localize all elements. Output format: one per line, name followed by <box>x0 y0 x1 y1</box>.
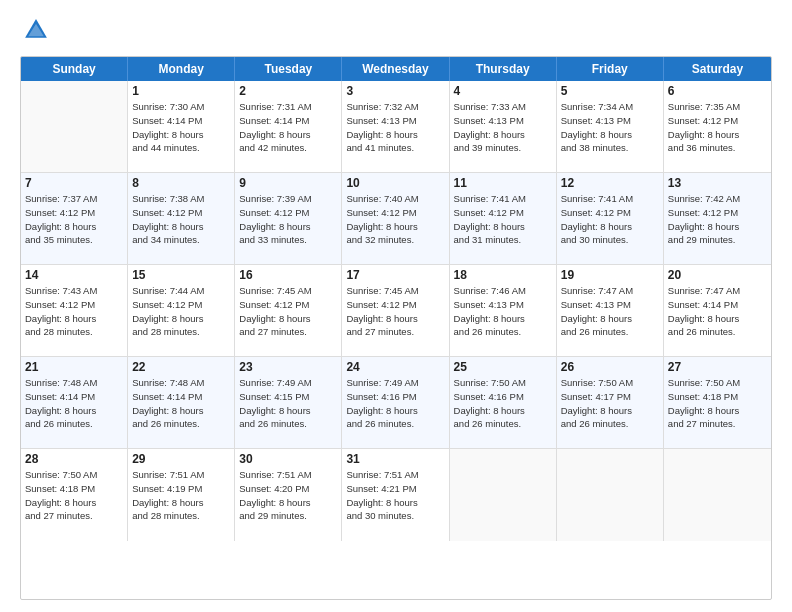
calendar: SundayMondayTuesdayWednesdayThursdayFrid… <box>20 56 772 600</box>
calendar-body: 1Sunrise: 7:30 AM Sunset: 4:14 PM Daylig… <box>21 81 771 541</box>
day-number: 18 <box>454 268 552 282</box>
day-number: 15 <box>132 268 230 282</box>
day-number: 30 <box>239 452 337 466</box>
day-info: Sunrise: 7:38 AM Sunset: 4:12 PM Dayligh… <box>132 192 230 247</box>
day-number: 5 <box>561 84 659 98</box>
day-number: 26 <box>561 360 659 374</box>
day-info: Sunrise: 7:48 AM Sunset: 4:14 PM Dayligh… <box>132 376 230 431</box>
day-number: 10 <box>346 176 444 190</box>
day-number: 9 <box>239 176 337 190</box>
calendar-cell: 7Sunrise: 7:37 AM Sunset: 4:12 PM Daylig… <box>21 173 128 264</box>
calendar-cell: 26Sunrise: 7:50 AM Sunset: 4:17 PM Dayli… <box>557 357 664 448</box>
day-number: 31 <box>346 452 444 466</box>
day-info: Sunrise: 7:45 AM Sunset: 4:12 PM Dayligh… <box>346 284 444 339</box>
day-number: 28 <box>25 452 123 466</box>
day-info: Sunrise: 7:40 AM Sunset: 4:12 PM Dayligh… <box>346 192 444 247</box>
calendar-cell: 20Sunrise: 7:47 AM Sunset: 4:14 PM Dayli… <box>664 265 771 356</box>
day-number: 4 <box>454 84 552 98</box>
calendar-cell: 27Sunrise: 7:50 AM Sunset: 4:18 PM Dayli… <box>664 357 771 448</box>
header <box>20 16 772 48</box>
calendar-cell: 11Sunrise: 7:41 AM Sunset: 4:12 PM Dayli… <box>450 173 557 264</box>
calendar-cell <box>21 81 128 172</box>
day-number: 19 <box>561 268 659 282</box>
day-number: 20 <box>668 268 767 282</box>
day-info: Sunrise: 7:34 AM Sunset: 4:13 PM Dayligh… <box>561 100 659 155</box>
weekday-header: Tuesday <box>235 57 342 81</box>
day-info: Sunrise: 7:51 AM Sunset: 4:19 PM Dayligh… <box>132 468 230 523</box>
day-info: Sunrise: 7:49 AM Sunset: 4:16 PM Dayligh… <box>346 376 444 431</box>
calendar-cell: 19Sunrise: 7:47 AM Sunset: 4:13 PM Dayli… <box>557 265 664 356</box>
calendar-cell: 23Sunrise: 7:49 AM Sunset: 4:15 PM Dayli… <box>235 357 342 448</box>
day-number: 12 <box>561 176 659 190</box>
day-info: Sunrise: 7:37 AM Sunset: 4:12 PM Dayligh… <box>25 192 123 247</box>
weekday-header: Sunday <box>21 57 128 81</box>
calendar-cell: 15Sunrise: 7:44 AM Sunset: 4:12 PM Dayli… <box>128 265 235 356</box>
day-info: Sunrise: 7:46 AM Sunset: 4:13 PM Dayligh… <box>454 284 552 339</box>
day-number: 29 <box>132 452 230 466</box>
day-number: 14 <box>25 268 123 282</box>
day-info: Sunrise: 7:50 AM Sunset: 4:18 PM Dayligh… <box>668 376 767 431</box>
day-info: Sunrise: 7:47 AM Sunset: 4:13 PM Dayligh… <box>561 284 659 339</box>
day-info: Sunrise: 7:31 AM Sunset: 4:14 PM Dayligh… <box>239 100 337 155</box>
day-info: Sunrise: 7:51 AM Sunset: 4:21 PM Dayligh… <box>346 468 444 523</box>
calendar-cell: 10Sunrise: 7:40 AM Sunset: 4:12 PM Dayli… <box>342 173 449 264</box>
day-number: 16 <box>239 268 337 282</box>
day-number: 3 <box>346 84 444 98</box>
day-number: 21 <box>25 360 123 374</box>
calendar-cell: 24Sunrise: 7:49 AM Sunset: 4:16 PM Dayli… <box>342 357 449 448</box>
day-info: Sunrise: 7:41 AM Sunset: 4:12 PM Dayligh… <box>454 192 552 247</box>
calendar-row: 28Sunrise: 7:50 AM Sunset: 4:18 PM Dayli… <box>21 449 771 541</box>
calendar-row: 1Sunrise: 7:30 AM Sunset: 4:14 PM Daylig… <box>21 81 771 173</box>
calendar-cell: 31Sunrise: 7:51 AM Sunset: 4:21 PM Dayli… <box>342 449 449 541</box>
calendar-cell: 16Sunrise: 7:45 AM Sunset: 4:12 PM Dayli… <box>235 265 342 356</box>
calendar-cell: 4Sunrise: 7:33 AM Sunset: 4:13 PM Daylig… <box>450 81 557 172</box>
day-info: Sunrise: 7:50 AM Sunset: 4:16 PM Dayligh… <box>454 376 552 431</box>
day-number: 8 <box>132 176 230 190</box>
day-number: 27 <box>668 360 767 374</box>
day-info: Sunrise: 7:44 AM Sunset: 4:12 PM Dayligh… <box>132 284 230 339</box>
day-info: Sunrise: 7:32 AM Sunset: 4:13 PM Dayligh… <box>346 100 444 155</box>
calendar-cell: 12Sunrise: 7:41 AM Sunset: 4:12 PM Dayli… <box>557 173 664 264</box>
calendar-cell: 30Sunrise: 7:51 AM Sunset: 4:20 PM Dayli… <box>235 449 342 541</box>
day-number: 17 <box>346 268 444 282</box>
calendar-cell <box>450 449 557 541</box>
calendar-row: 7Sunrise: 7:37 AM Sunset: 4:12 PM Daylig… <box>21 173 771 265</box>
weekday-header: Saturday <box>664 57 771 81</box>
day-info: Sunrise: 7:48 AM Sunset: 4:14 PM Dayligh… <box>25 376 123 431</box>
day-info: Sunrise: 7:30 AM Sunset: 4:14 PM Dayligh… <box>132 100 230 155</box>
day-number: 6 <box>668 84 767 98</box>
day-number: 23 <box>239 360 337 374</box>
day-number: 11 <box>454 176 552 190</box>
day-info: Sunrise: 7:42 AM Sunset: 4:12 PM Dayligh… <box>668 192 767 247</box>
day-info: Sunrise: 7:33 AM Sunset: 4:13 PM Dayligh… <box>454 100 552 155</box>
weekday-header: Wednesday <box>342 57 449 81</box>
calendar-cell: 17Sunrise: 7:45 AM Sunset: 4:12 PM Dayli… <box>342 265 449 356</box>
day-info: Sunrise: 7:45 AM Sunset: 4:12 PM Dayligh… <box>239 284 337 339</box>
calendar-cell <box>557 449 664 541</box>
day-number: 22 <box>132 360 230 374</box>
weekday-header: Monday <box>128 57 235 81</box>
day-info: Sunrise: 7:43 AM Sunset: 4:12 PM Dayligh… <box>25 284 123 339</box>
logo-icon <box>22 16 50 44</box>
day-info: Sunrise: 7:47 AM Sunset: 4:14 PM Dayligh… <box>668 284 767 339</box>
calendar-cell: 8Sunrise: 7:38 AM Sunset: 4:12 PM Daylig… <box>128 173 235 264</box>
calendar-cell: 5Sunrise: 7:34 AM Sunset: 4:13 PM Daylig… <box>557 81 664 172</box>
calendar-cell: 6Sunrise: 7:35 AM Sunset: 4:12 PM Daylig… <box>664 81 771 172</box>
calendar-row: 14Sunrise: 7:43 AM Sunset: 4:12 PM Dayli… <box>21 265 771 357</box>
calendar-cell: 25Sunrise: 7:50 AM Sunset: 4:16 PM Dayli… <box>450 357 557 448</box>
day-number: 7 <box>25 176 123 190</box>
calendar-cell: 1Sunrise: 7:30 AM Sunset: 4:14 PM Daylig… <box>128 81 235 172</box>
calendar-cell: 13Sunrise: 7:42 AM Sunset: 4:12 PM Dayli… <box>664 173 771 264</box>
calendar-cell <box>664 449 771 541</box>
calendar-cell: 3Sunrise: 7:32 AM Sunset: 4:13 PM Daylig… <box>342 81 449 172</box>
day-info: Sunrise: 7:50 AM Sunset: 4:17 PM Dayligh… <box>561 376 659 431</box>
calendar-cell: 9Sunrise: 7:39 AM Sunset: 4:12 PM Daylig… <box>235 173 342 264</box>
logo <box>20 16 50 48</box>
day-number: 2 <box>239 84 337 98</box>
day-number: 1 <box>132 84 230 98</box>
calendar-cell: 28Sunrise: 7:50 AM Sunset: 4:18 PM Dayli… <box>21 449 128 541</box>
day-info: Sunrise: 7:49 AM Sunset: 4:15 PM Dayligh… <box>239 376 337 431</box>
calendar-header: SundayMondayTuesdayWednesdayThursdayFrid… <box>21 57 771 81</box>
calendar-cell: 22Sunrise: 7:48 AM Sunset: 4:14 PM Dayli… <box>128 357 235 448</box>
day-number: 24 <box>346 360 444 374</box>
